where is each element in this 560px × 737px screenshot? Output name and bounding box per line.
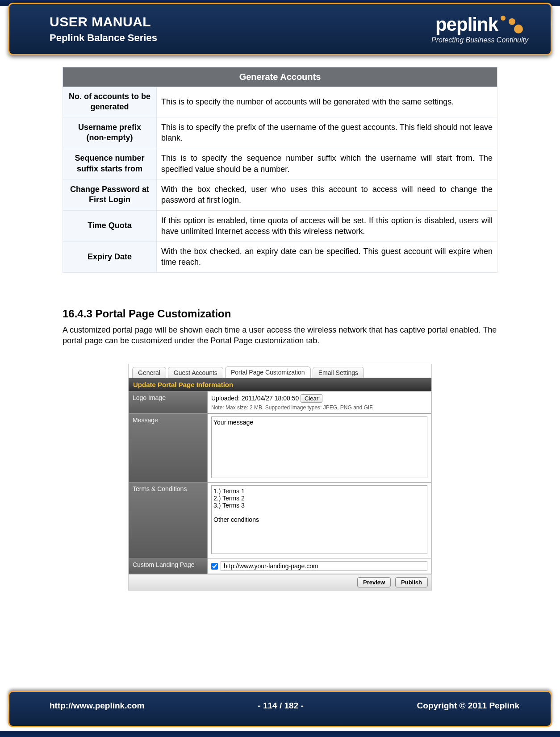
tabs-row: General Guest Accounts Portal Page Custo… [129,364,431,378]
publish-button[interactable]: Publish [395,577,428,587]
table-row: Time Quota If this option is enabled, ti… [63,210,497,242]
terms-textarea[interactable] [211,485,427,554]
section-paragraph: A customized portal page will be shown e… [63,325,497,346]
tab-general[interactable]: General [132,367,166,378]
section-heading: 16.4.3 Portal Page Customization [63,308,497,320]
footer-copyright: Copyright © 2011 Peplink [417,701,519,711]
row-label: Expiry Date [63,242,157,273]
tab-portal-page-customization[interactable]: Portal Page Customization [225,366,311,378]
brand-tagline: Protecting Business Continuity [431,36,528,44]
tab-email-settings[interactable]: Email Settings [313,367,364,378]
logo-image-label: Logo Image [129,391,208,414]
page-header: USER MANUAL Peplink Balance Series pepli… [8,3,552,55]
preview-button[interactable]: Preview [357,577,391,587]
row-label: No. of accounts to be generated [63,87,157,117]
portal-customization-screenshot: General Guest Accounts Portal Page Custo… [128,364,432,591]
row-desc: With the box checked, an expiry date can… [157,242,497,273]
tab-guest-accounts[interactable]: Guest Accounts [168,367,223,378]
row-label: Change Password at First Login [63,179,157,210]
doc-subtitle: Peplink Balance Series [50,32,157,44]
logo-note: Note: Max size: 2 MB. Supported image ty… [211,404,427,411]
landing-checkbox[interactable] [211,563,218,570]
row-label: Sequence number suffix starts from [63,148,157,179]
table-row: Change Password at First Login With the … [63,179,497,210]
brand-dots-icon [496,14,528,35]
row-desc: This is to specify the prefix of the use… [157,117,497,148]
table-title: Generate Accounts [63,67,497,87]
message-textarea[interactable] [211,416,427,478]
table-row: Username prefix (non-empty) This is to s… [63,117,497,148]
landing-url-input[interactable] [221,561,427,571]
landing-label: Custom Landing Page [129,558,208,574]
logo-uploaded-value: Uploaded: 2011/04/27 18:00:50 [211,395,299,402]
message-label: Message [129,414,208,483]
row-desc: With the box checked, user who uses this… [157,179,497,210]
table-row: Sequence number suffix starts from This … [63,148,497,179]
generate-accounts-table: Generate Accounts No. of accounts to be … [63,67,497,273]
row-label: Time Quota [63,210,157,242]
panel-title: Update Portal Page Information [129,378,431,391]
row-desc: This is to specify the number of account… [157,87,497,117]
brand-name: peplink [435,14,498,35]
page-footer: http://www.peplink.com - 114 / 182 - Cop… [8,691,552,727]
row-label: Username prefix (non-empty) [63,117,157,148]
clear-button[interactable]: Clear [301,394,322,403]
table-row: No. of accounts to be generated This is … [63,87,497,117]
table-row: Expiry Date With the box checked, an exp… [63,242,497,273]
row-desc: This is to specify the sequence number s… [157,148,497,179]
doc-title: USER MANUAL [50,14,157,29]
footer-url: http://www.peplink.com [50,701,145,711]
row-desc: If this option is enabled, time quota of… [157,210,497,242]
footer-page: - 114 / 182 - [258,701,303,711]
terms-label: Terms & Conditions [129,483,208,558]
brand-logo: peplink Protecting Business Continuity [431,14,528,44]
